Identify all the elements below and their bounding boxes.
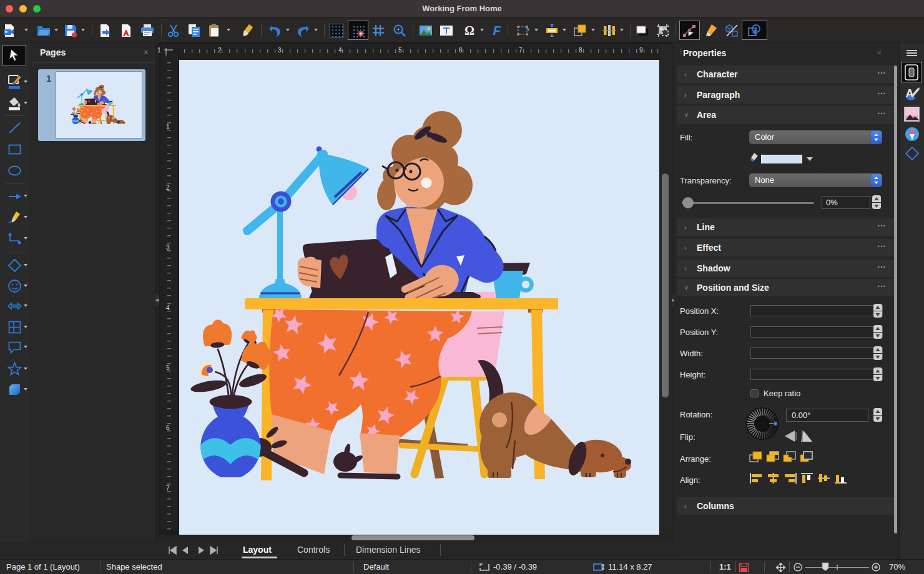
svg-text:Ω: Ω — [464, 24, 474, 37]
svg-text:F: F — [493, 23, 502, 37]
